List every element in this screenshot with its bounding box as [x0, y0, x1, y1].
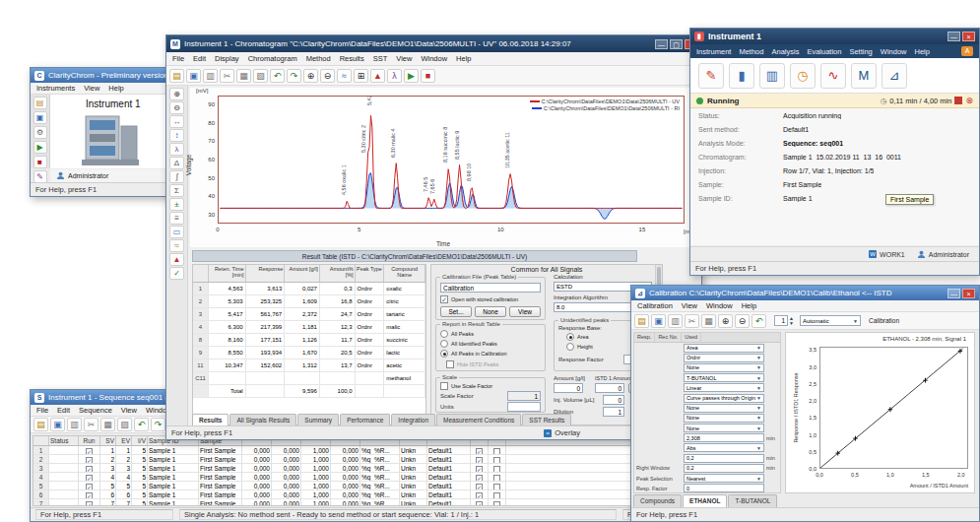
- inj-volume-field[interactable]: 0: [603, 395, 624, 405]
- cell[interactable]: First Sample: [199, 446, 242, 454]
- column-header[interactable]: Response: [246, 265, 286, 282]
- cell[interactable]: Sample 1: [148, 473, 199, 481]
- method-setup-icon[interactable]: ✎: [698, 63, 724, 89]
- menu-item[interactable]: View: [84, 84, 99, 93]
- plot-frame[interactable]: 4,56 oxalic 15,30 citric 25,42 tartaric …: [218, 96, 685, 224]
- cell[interactable]: 1,000: [301, 446, 331, 454]
- plot-frame[interactable]: [819, 347, 968, 469]
- menu-item[interactable]: Edit: [57, 406, 70, 415]
- cell[interactable]: 0,000: [272, 473, 301, 481]
- window-icon[interactable]: ▭: [169, 226, 184, 238]
- redo-icon[interactable]: ↷: [287, 69, 301, 83]
- property-control[interactable]: 0,2▼: [684, 464, 764, 473]
- zoom-in-icon[interactable]: ⊕: [718, 314, 733, 328]
- table-row[interactable]: 4✓445Sample 1First Sample0,0000,0001,000…: [33, 473, 703, 482]
- run-checkbox[interactable]: ✓: [79, 473, 100, 481]
- cell[interactable]: 1: [116, 446, 132, 454]
- menu-item[interactable]: File: [36, 406, 48, 415]
- menu-item[interactable]: Evaluation: [807, 47, 841, 56]
- menu-item[interactable]: Help: [108, 84, 123, 93]
- stop-icon[interactable]: ■: [421, 69, 435, 83]
- run-checkbox[interactable]: ✓: [79, 490, 100, 498]
- table-row[interactable]: 2✓225Sample 1First Sample0,0000,0001,000…: [33, 455, 703, 464]
- cell[interactable]: Sample 1: [148, 464, 199, 472]
- compound-number-spinner[interactable]: 1: [774, 315, 788, 326]
- cell[interactable]: 0,000: [272, 499, 301, 506]
- menu-item[interactable]: Setting: [849, 47, 872, 56]
- cell[interactable]: 0,000: [331, 482, 360, 489]
- stop-icon[interactable]: ■: [33, 156, 47, 168]
- column-header[interactable]: Run: [79, 436, 100, 445]
- cell[interactable]: 0,000: [272, 464, 301, 472]
- menu-item[interactable]: Display: [215, 54, 239, 63]
- cell[interactable]: 0,000: [331, 490, 360, 498]
- property-control[interactable]: Linear▼: [684, 383, 764, 392]
- title-bar[interactable]: ▮ Instrument 1 — ×: [690, 29, 979, 44]
- menu-item[interactable]: Method: [739, 47, 763, 56]
- property-control[interactable]: 0,2▼: [684, 454, 764, 463]
- check-icon[interactable]: ✓: [169, 267, 184, 280]
- cell[interactable]: Default1: [427, 482, 471, 489]
- copy-icon[interactable]: ▦: [701, 314, 716, 328]
- cell[interactable]: 0,000: [272, 490, 301, 498]
- sum-icon[interactable]: Σ: [169, 184, 184, 197]
- instruments-icon[interactable]: ▣: [33, 111, 47, 124]
- open-icon[interactable]: ▤: [33, 418, 48, 431]
- open-icon[interactable]: ▤: [169, 69, 184, 83]
- checkbox-cell[interactable]: ✓: [471, 446, 489, 454]
- none-button[interactable]: None: [475, 306, 506, 317]
- cell[interactable]: 5: [132, 482, 148, 489]
- undo-icon[interactable]: ↶: [134, 418, 149, 431]
- checkbox-cell[interactable]: ✓: [471, 455, 489, 463]
- cell[interactable]: 7: [116, 499, 132, 506]
- set-button[interactable]: Set...: [440, 306, 472, 317]
- checkbox-cell[interactable]: [489, 473, 506, 481]
- abort-button[interactable]: ⊗: [965, 97, 973, 104]
- cell[interactable]: Unkn: [400, 464, 427, 472]
- column-header[interactable]: Amount% [%]: [320, 265, 356, 282]
- cell[interactable]: 7: [100, 499, 116, 506]
- redo-icon[interactable]: ↷: [151, 418, 165, 431]
- menu-item[interactable]: Results: [340, 54, 364, 63]
- checkbox-cell[interactable]: ✓: [471, 499, 489, 506]
- table-row[interactable]: 5✓555Sample 1First Sample0,0000,0001,000…: [33, 482, 703, 490]
- overlay-icon[interactable]: ≈: [337, 69, 352, 83]
- property-control[interactable]: Curve passes through Origin▼: [684, 394, 764, 403]
- cell[interactable]: Default1: [427, 499, 471, 506]
- align-icon[interactable]: ≡: [169, 212, 184, 225]
- start-icon[interactable]: ▶: [404, 69, 419, 83]
- checkbox-cell[interactable]: ✓: [471, 482, 489, 489]
- dilution-field[interactable]: 1: [603, 407, 624, 417]
- column-header[interactable]: Compound Name: [384, 265, 425, 282]
- cell[interactable]: %q_%R...: [360, 482, 400, 489]
- table-row[interactable]: 6✓665Sample 1First Sample0,0000,0001,000…: [33, 490, 703, 499]
- property-control[interactable]: Area▼: [684, 344, 764, 353]
- property-control[interactable]: Nearest▼: [684, 474, 764, 483]
- column-header[interactable]: Peak Type: [356, 265, 385, 282]
- scale-x-icon[interactable]: ↔: [169, 115, 184, 128]
- menu-item[interactable]: View: [682, 301, 697, 310]
- cell[interactable]: 0,000: [242, 464, 272, 472]
- cell[interactable]: 3: [116, 464, 132, 472]
- run-checkbox[interactable]: ✓: [79, 446, 100, 454]
- cell[interactable]: 0,000: [242, 446, 272, 454]
- property-control[interactable]: Ordnr▼: [684, 354, 764, 362]
- run-checkbox[interactable]: ✓: [79, 455, 100, 463]
- cell[interactable]: 4: [100, 473, 116, 481]
- column-header[interactable]: [193, 265, 209, 282]
- cell[interactable]: Sample 1: [148, 446, 199, 454]
- menu-item[interactable]: Instruments: [36, 84, 75, 93]
- amount-field[interactable]: 0: [554, 383, 583, 393]
- single-analysis-icon[interactable]: ▮: [729, 63, 754, 89]
- save-icon[interactable]: ▣: [651, 314, 666, 328]
- checkbox-cell[interactable]: ✓: [471, 473, 489, 481]
- maximize-button[interactable]: ▢: [670, 39, 683, 49]
- column-header[interactable]: SV: [100, 436, 116, 445]
- cut-icon[interactable]: ✂: [220, 69, 234, 83]
- undo-icon[interactable]: ↶: [270, 69, 285, 83]
- minimize-button[interactable]: —: [655, 39, 668, 49]
- report-radio[interactable]: All Identified Peaks: [440, 340, 507, 348]
- close-button[interactable]: ×: [962, 32, 975, 41]
- delta-icon[interactable]: Δ: [169, 157, 184, 169]
- property-control[interactable]: 2,308▼: [684, 433, 764, 442]
